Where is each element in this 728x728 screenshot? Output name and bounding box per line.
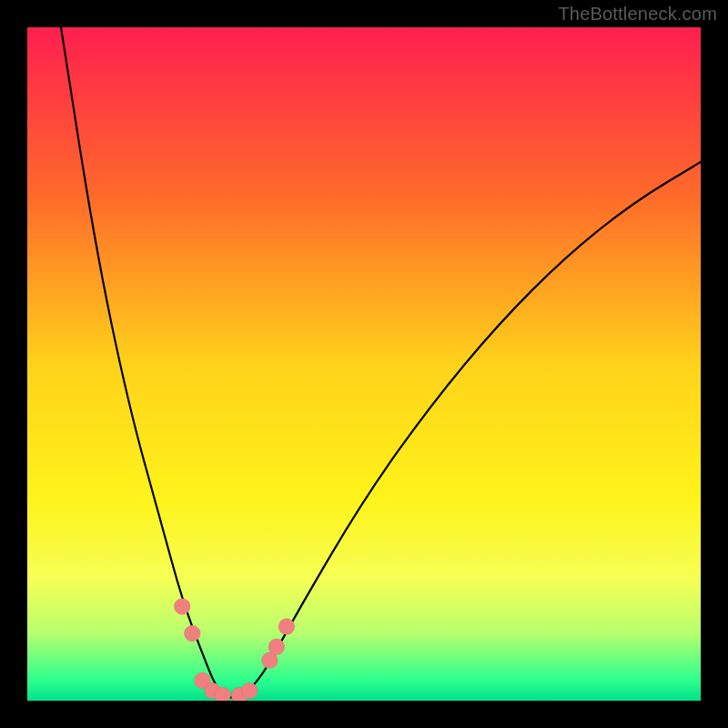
data-marker <box>174 598 190 614</box>
data-marker <box>241 682 258 699</box>
chart-area <box>27 27 701 701</box>
data-marker <box>215 687 231 701</box>
watermark-text: TheBottleneck.com <box>558 4 717 25</box>
chart-svg <box>27 27 701 701</box>
gradient-background <box>27 27 701 701</box>
data-marker <box>268 639 285 655</box>
data-marker <box>278 619 295 635</box>
data-marker <box>184 625 200 642</box>
